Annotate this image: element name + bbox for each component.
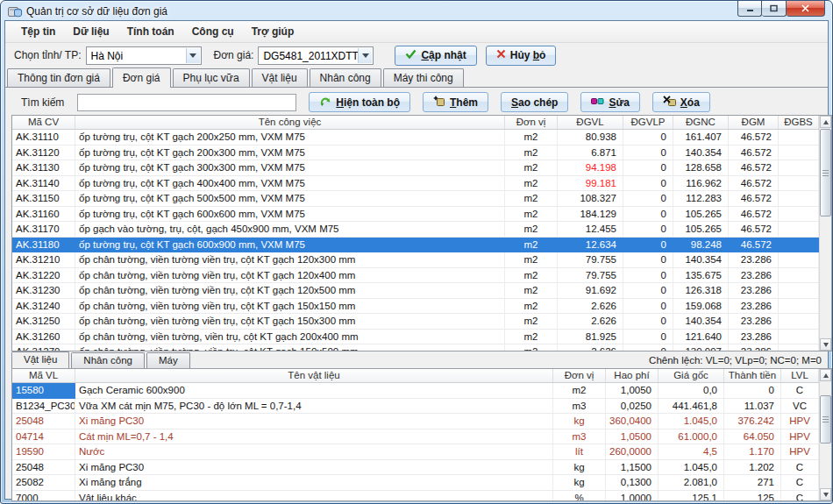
materials-table-body: 15580Gạch Ceramic 600x900m21,00500,00CB1… xyxy=(12,383,819,500)
job-dgvl: 79.755 xyxy=(558,268,623,284)
menu-help[interactable]: Trợ giúp xyxy=(243,23,303,40)
materials-scroll-down-button[interactable] xyxy=(820,488,831,500)
province-combobox[interactable]: Hà Nội xyxy=(86,46,202,65)
refresh-icon xyxy=(319,96,331,110)
job-row[interactable]: AK.31230ốp chân tường, viền tường viền t… xyxy=(12,283,819,299)
job-code: AK.31150 xyxy=(12,191,75,207)
column-header-lvl[interactable]: LVL xyxy=(781,369,819,382)
job-unit: m2 xyxy=(505,283,558,299)
column-header-dgvlp[interactable]: ĐGVLP xyxy=(623,116,673,129)
job-row[interactable]: AK.31210ốp chân tường, viền tường viền t… xyxy=(12,252,819,268)
material-row[interactable]: B1234_PC30Vữa XM cát mịn M75, PC30 - độ … xyxy=(12,399,819,415)
job-row[interactable]: AK.31150ốp tường trụ, cột KT gạch 500x50… xyxy=(12,191,819,207)
material-unit: m2 xyxy=(553,383,606,399)
jobs-scrollbar-thumb[interactable] xyxy=(820,129,831,217)
job-dgm: 46.572 xyxy=(729,130,779,146)
jobs-scroll-down-button[interactable] xyxy=(820,338,831,351)
column-header-ma-cv[interactable]: Mã CV xyxy=(12,116,75,129)
material-row[interactable]: 25048Xi măng PC30kg1,15001.045,01.202C xyxy=(12,460,819,476)
title-bar[interactable]: Quản trị cơ sở dữ liệu đơn giá xyxy=(1,1,832,20)
search-input[interactable] xyxy=(77,94,296,111)
column-header-dgm[interactable]: ĐGM xyxy=(729,116,779,129)
job-row[interactable]: AK.31170ốp gạch vào tường, trụ, cột, gạc… xyxy=(12,222,819,238)
copy-button[interactable]: Sao chép xyxy=(501,92,568,112)
material-lvl: C xyxy=(781,475,819,491)
job-unit: m2 xyxy=(505,146,558,161)
column-header-gia-goc[interactable]: Giá gốc xyxy=(659,369,724,382)
job-row[interactable]: AK.31140ốp tường trụ, cột KT gạch 400x40… xyxy=(12,176,819,192)
tab-don-gia[interactable]: Đơn giá xyxy=(112,67,171,88)
jobs-scroll-up-button[interactable] xyxy=(820,116,831,128)
material-row[interactable]: 25048Xi măng PC30kg360,04001.045,0376.24… xyxy=(12,414,819,429)
material-hao-phi: 360,0400 xyxy=(606,414,659,429)
column-header-dgbs[interactable]: ĐGBS xyxy=(779,116,819,129)
tab-phu-luc-vua[interactable]: Phụ lục vữa xyxy=(173,68,250,87)
tab-nhan-cong[interactable]: Nhân công xyxy=(310,68,381,87)
materials-scroll-up-button[interactable] xyxy=(820,369,831,381)
tab-thong-tin-don-gia[interactable]: Thông tin đơn giá xyxy=(7,68,110,87)
close-button[interactable] xyxy=(787,1,825,17)
job-dgvlp: 0 xyxy=(623,146,673,161)
menu-tools[interactable]: Công cụ xyxy=(183,23,243,40)
job-row[interactable]: AK.31260ốp chân tường, viền tường, viền … xyxy=(12,330,819,345)
column-header-ten-cong-viec[interactable]: Tên công việc xyxy=(75,116,505,129)
material-thanh-tien: 11.037 xyxy=(724,399,781,415)
material-row[interactable]: 19590Nướclít260,00004,51.170HPV xyxy=(12,444,819,460)
material-hao-phi: 1,1500 xyxy=(606,460,659,476)
detail-tab-may[interactable]: Máy xyxy=(146,352,190,368)
province-dropdown-arrow-icon[interactable] xyxy=(186,48,200,63)
detail-tab-bar: Vật liệu Nhân công Máy Chênh lệch: VL=0;… xyxy=(11,351,822,368)
menu-data[interactable]: Dữ liệu xyxy=(64,23,117,40)
add-button[interactable]: Thêm xyxy=(423,92,488,112)
job-dgvlp: 0 xyxy=(623,238,673,253)
job-row[interactable]: AK.31240ốp chân tường, viền tường viền t… xyxy=(12,299,819,315)
job-dgm: 23.286 xyxy=(729,344,779,351)
job-row[interactable]: AK.31220ốp chân tường, viền tường viền t… xyxy=(12,268,819,284)
column-header-thanh-tien[interactable]: Thành tiền xyxy=(724,369,781,382)
job-row[interactable]: AK.31160ốp tường trụ, cột KT gạch 600x60… xyxy=(12,207,819,223)
top-toolbar: Chọn tỉnh/ TP: Hà Nội Đơn giá: DG5481_20… xyxy=(5,43,828,67)
show-all-button[interactable]: Hiện toàn bộ xyxy=(309,92,410,112)
material-row[interactable]: 7000Vật liệu khác%1,0000125,1125C xyxy=(12,491,819,501)
column-header-ten-vat-lieu[interactable]: Tên vật liệu xyxy=(75,369,553,382)
maximize-button[interactable] xyxy=(762,1,787,17)
column-header-don-vi[interactable]: Đơn vị xyxy=(505,116,558,129)
jobs-vertical-scrollbar[interactable] xyxy=(819,116,831,351)
materials-vertical-scrollbar[interactable] xyxy=(819,369,831,500)
job-row[interactable]: AK.31130ốp tường trụ, cột KT gạch 300x30… xyxy=(12,160,819,176)
cancel-button[interactable]: Hủy bỏ xyxy=(486,46,557,66)
job-row[interactable]: AK.31180ốp tường trụ, cột KT gạch 600x90… xyxy=(12,238,819,253)
update-button[interactable]: Cập nhật xyxy=(395,46,476,66)
material-row[interactable]: 25082Xi măng trắngkg0,13002.081,0271C xyxy=(12,475,819,491)
column-header-ma-vl[interactable]: Mã VL xyxy=(12,369,75,382)
materials-scrollbar-thumb[interactable] xyxy=(820,395,831,444)
unit-price-combobox[interactable]: DG5481_2011XDTT xyxy=(258,46,374,65)
material-gia-goc: 2.081,0 xyxy=(659,475,724,491)
job-row[interactable]: AK.31250ốp chân tường, viền tường viền t… xyxy=(12,314,819,330)
detail-tab-nhan-cong[interactable]: Nhân công xyxy=(71,352,145,368)
menu-file[interactable]: Tệp tin xyxy=(12,23,64,40)
job-code: AK.31220 xyxy=(12,268,75,284)
job-dgnc: 135.675 xyxy=(673,268,729,284)
minimize-button[interactable] xyxy=(737,1,762,17)
job-row[interactable]: AK.31120ốp tường trụ, cột KT gạch 200x30… xyxy=(12,146,819,161)
tab-may-thi-cong[interactable]: Máy thi công xyxy=(383,68,464,87)
unit-price-label: Đơn giá: xyxy=(214,49,254,61)
menu-calculate[interactable]: Tính toán xyxy=(118,23,183,40)
delete-button[interactable]: Xóa xyxy=(652,92,710,112)
job-row[interactable]: AK.31270ốp chân tường, viền tường, viền … xyxy=(12,344,819,351)
column-header-dgvl[interactable]: ĐGVL xyxy=(558,116,623,129)
job-unit: m2 xyxy=(505,176,558,192)
material-row[interactable]: 15580Gạch Ceramic 600x900m21,00500,00C xyxy=(12,383,819,399)
column-header-dgnc[interactable]: ĐGNC xyxy=(673,116,729,129)
job-dgbs xyxy=(779,314,819,330)
material-row[interactable]: 04714Cát mịn ML=0,7 - 1,4m31,050061.000,… xyxy=(12,429,819,445)
edit-button[interactable]: Sửa xyxy=(580,92,639,112)
material-gia-goc: 125,1 xyxy=(659,491,724,501)
unit-price-dropdown-arrow-icon[interactable] xyxy=(358,48,372,63)
tab-vat-lieu[interactable]: Vật liệu xyxy=(252,68,308,87)
column-header-hao-phi[interactable]: Hao phí xyxy=(606,369,659,382)
job-row[interactable]: AK.31110ốp tường trụ, cột KT gạch 200x25… xyxy=(12,130,819,146)
column-header-don-vi-vl[interactable]: Đơn vị xyxy=(553,369,606,382)
detail-tab-vat-lieu[interactable]: Vật liệu xyxy=(11,351,69,369)
